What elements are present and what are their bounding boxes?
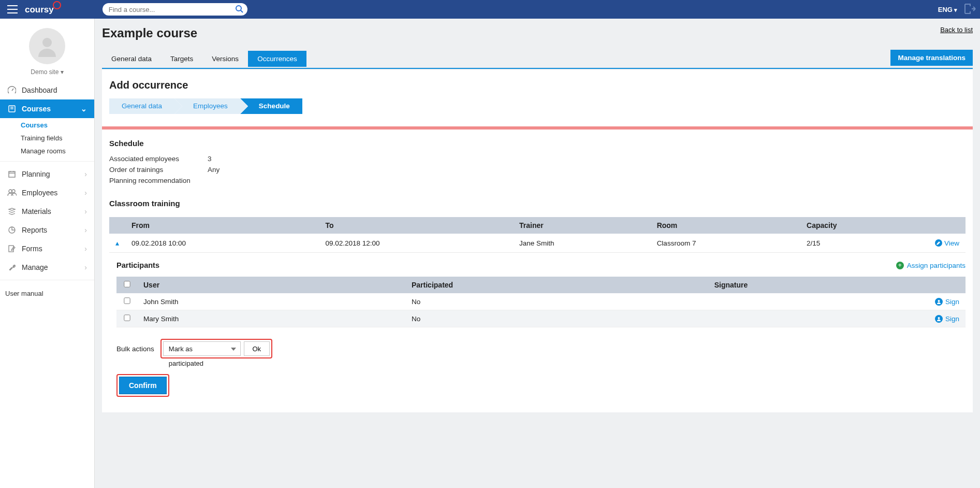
- sign-link[interactable]: Sign: [935, 298, 959, 306]
- logout-icon[interactable]: [964, 4, 976, 16]
- plus-icon: +: [896, 262, 904, 269]
- chevron-right-icon: ›: [84, 226, 87, 234]
- sidebar-user-manual[interactable]: User manual: [0, 283, 94, 304]
- main-content: Example course Back to list General data…: [95, 19, 980, 488]
- col-to: To: [319, 217, 514, 234]
- chevron-down-icon: ⌄: [81, 105, 87, 113]
- sidebar: Demo site ▾ Dashboard Courses ⌄ Courses …: [0, 19, 95, 488]
- classroom-heading: Classroom training: [109, 199, 966, 208]
- wrench-icon: [7, 263, 17, 271]
- site-selector[interactable]: Demo site ▾: [0, 68, 94, 76]
- select-all-checkbox[interactable]: [124, 281, 130, 287]
- subnav-courses[interactable]: Courses: [21, 121, 94, 129]
- info-label: Associated employees: [109, 155, 208, 163]
- bulk-ok-button[interactable]: Ok: [244, 341, 270, 356]
- col-capacity: Capacity: [800, 217, 924, 234]
- info-row: Associated employees 3: [109, 155, 966, 163]
- sidebar-item-label: Planning: [22, 170, 50, 178]
- user-icon: [935, 298, 943, 306]
- training-table: From To Trainer Room Capacity ▴ 09.02.20…: [109, 217, 966, 253]
- cell-capacity: 2/15: [800, 234, 924, 253]
- sidebar-item-forms[interactable]: Forms ›: [0, 239, 94, 258]
- row-checkbox[interactable]: [124, 297, 130, 304]
- col-signature: Signature: [708, 277, 966, 293]
- info-value: 3: [208, 155, 212, 163]
- tab-versions[interactable]: Versions: [202, 51, 248, 67]
- sign-link[interactable]: Sign: [935, 315, 959, 323]
- cell-participated: No: [405, 293, 708, 310]
- row-expand-toggle[interactable]: ▴: [109, 234, 125, 253]
- training-row: ▴ 09.02.2018 10:00 09.02.2018 12:00 Jane…: [109, 234, 966, 253]
- language-selector[interactable]: ENG: [938, 6, 957, 13]
- courses-submenu: Courses Training fields Manage rooms: [0, 118, 94, 158]
- sidebar-item-courses[interactable]: Courses ⌄: [0, 99, 94, 118]
- sidebar-item-planning[interactable]: Planning ›: [0, 165, 94, 183]
- back-to-list-link[interactable]: Back to list: [940, 26, 973, 34]
- sidebar-item-label: Courses: [22, 105, 51, 113]
- app-logo: coursy: [25, 4, 61, 15]
- view-link[interactable]: View: [935, 239, 959, 247]
- topbar: coursy ENG: [0, 0, 980, 19]
- svg-point-8: [938, 300, 940, 302]
- wizard-step-schedule[interactable]: Schedule: [240, 98, 302, 114]
- sidebar-item-reports[interactable]: Reports ›: [0, 221, 94, 239]
- page-title: Example course: [102, 26, 197, 40]
- cell-trainer: Jane Smith: [513, 234, 651, 253]
- col-participated: Participated: [405, 277, 708, 293]
- search-input[interactable]: [103, 3, 247, 16]
- confirm-button[interactable]: Confirm: [119, 377, 167, 394]
- sidebar-item-label: Employees: [22, 189, 57, 197]
- manage-translations-button[interactable]: Manage translations: [890, 50, 973, 66]
- col-trainer: Trainer: [513, 217, 651, 234]
- participants-heading: Participants: [116, 261, 159, 269]
- assign-participants-link[interactable]: + Assign participants: [896, 262, 966, 269]
- participant-row: John Smith No Sign: [116, 293, 966, 310]
- calendar-icon: [7, 170, 17, 178]
- cell-room: Classroom 7: [651, 234, 800, 253]
- book-icon: [7, 105, 17, 113]
- wizard-step-employees[interactable]: Employees: [174, 98, 240, 114]
- menu-toggle-icon[interactable]: [4, 2, 21, 17]
- cell-user: John Smith: [137, 293, 405, 310]
- sign-label: Sign: [945, 298, 959, 306]
- participant-row: Mary Smith No Sign: [116, 310, 966, 327]
- info-label: Order of trainings: [109, 166, 208, 174]
- chevron-right-icon: ›: [84, 170, 87, 178]
- wizard-steps: General data Employees Schedule: [109, 98, 966, 114]
- svg-point-9: [938, 317, 940, 319]
- pencil-icon: [935, 239, 942, 247]
- chevron-right-icon: ›: [84, 207, 87, 216]
- pie-icon: [7, 226, 17, 234]
- row-checkbox[interactable]: [124, 314, 130, 321]
- bulk-select[interactable]: Mark as participated: [163, 341, 241, 356]
- svg-point-4: [9, 190, 12, 193]
- tab-occurrences[interactable]: Occurrences: [248, 51, 306, 67]
- info-value: Any: [208, 166, 220, 174]
- edit-icon: [7, 245, 17, 253]
- chevron-right-icon: ›: [84, 245, 87, 253]
- stack-icon: [7, 207, 17, 216]
- sidebar-item-label: Dashboard: [22, 86, 57, 94]
- search-wrapper: [103, 3, 247, 16]
- view-label: View: [944, 239, 959, 247]
- bulk-label: Bulk actions: [116, 345, 154, 353]
- tab-general-data[interactable]: General data: [102, 51, 161, 67]
- subnav-manage-rooms[interactable]: Manage rooms: [21, 147, 94, 155]
- users-icon: [7, 189, 17, 196]
- subnav-training-fields[interactable]: Training fields: [21, 134, 94, 142]
- sidebar-item-dashboard[interactable]: Dashboard: [0, 81, 94, 99]
- confirm-highlight-box: Confirm: [116, 374, 169, 397]
- tab-targets[interactable]: Targets: [161, 51, 202, 67]
- user-icon: [935, 315, 943, 323]
- sidebar-item-manage[interactable]: Manage ›: [0, 258, 94, 277]
- chevron-right-icon: ›: [84, 263, 87, 271]
- wizard-step-general[interactable]: General data: [109, 98, 174, 114]
- cell-participated: No: [405, 310, 708, 327]
- sub-heading: Add occurrence: [109, 79, 966, 98]
- sidebar-item-materials[interactable]: Materials ›: [0, 202, 94, 221]
- sign-label: Sign: [945, 315, 959, 323]
- col-user: User: [137, 277, 405, 293]
- sidebar-item-label: Forms: [22, 245, 42, 253]
- search-button[interactable]: [235, 5, 243, 15]
- sidebar-item-employees[interactable]: Employees ›: [0, 183, 94, 202]
